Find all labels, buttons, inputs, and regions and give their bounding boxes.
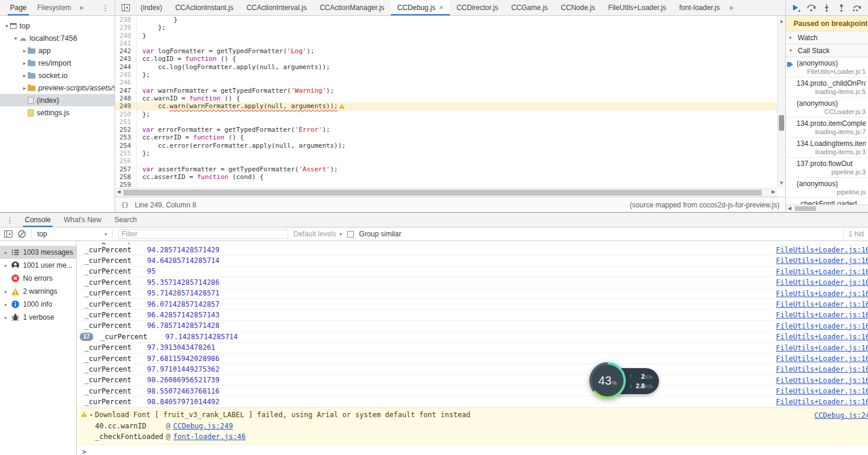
more-tabs-icon[interactable]: » <box>76 4 86 12</box>
console-prompt[interactable]: > <box>77 445 868 455</box>
expander-icon[interactable]: ▸ <box>21 48 28 54</box>
line-number[interactable]: 258 <box>115 173 136 181</box>
editor-tab[interactable]: font-loader.js <box>673 0 726 15</box>
call-stack-scrollbar[interactable]: ◀ <box>786 204 868 212</box>
step-into-button[interactable] <box>823 4 831 12</box>
source-link[interactable]: FileUtils+Loader.js:16 <box>776 333 868 341</box>
source-link[interactable]: FileUtils+Loader.js:16 <box>776 344 868 352</box>
scroll-right-icon[interactable]: ▶ <box>772 189 775 194</box>
call-stack-frame[interactable]: 134.proto.itemCompletloading-items.js:7 <box>786 118 868 138</box>
call-stack-frame[interactable]: (anonymous)pipeline.js <box>786 178 868 198</box>
line-number[interactable]: 242 <box>115 47 136 55</box>
tree-item[interactable]: ▸res/import <box>0 57 115 69</box>
code-line[interactable]: 259 <box>115 181 777 188</box>
line-number[interactable]: 256 <box>115 157 136 165</box>
horizontal-scroll-thumb[interactable] <box>123 190 762 196</box>
line-number[interactable]: 251 <box>115 118 136 126</box>
code-line[interactable]: 257var assertFormatter = getTypedFormatt… <box>115 165 777 173</box>
line-number[interactable]: 247 <box>115 87 136 95</box>
tree-item[interactable]: ▸socket.io <box>0 69 115 82</box>
step-out-button[interactable] <box>837 4 846 12</box>
console-filter-error[interactable]: No errors <box>0 272 76 285</box>
code-line[interactable]: 241 <box>115 40 777 47</box>
call-stack-frame[interactable]: (anonymous)CCLoader.js:3 <box>786 98 868 118</box>
expander-icon[interactable]: ▾ <box>12 35 19 41</box>
code-line[interactable]: 245}; <box>115 71 777 79</box>
code-line[interactable]: 238 } <box>115 16 777 24</box>
expander-icon[interactable]: ▸ <box>3 302 9 307</box>
line-number[interactable]: 252 <box>115 126 136 134</box>
stack-source-link[interactable]: font-loader.js:46 <box>173 433 246 441</box>
editor-vertical-scrollbar[interactable]: ▲ ▼ <box>777 16 785 188</box>
stack-source-link[interactable]: CCDebug.js:249 <box>173 422 233 430</box>
navigator-menu-icon[interactable]: ⋮ <box>96 4 115 12</box>
expander-icon[interactable]: ▸ <box>3 263 9 268</box>
call-stack-scroll-thumb[interactable] <box>795 206 816 211</box>
console-filter-input[interactable] <box>118 229 288 239</box>
scroll-left-icon[interactable]: ◀ <box>117 189 120 194</box>
expander-icon[interactable]: ▸ <box>21 73 28 79</box>
line-number[interactable]: 243 <box>115 55 136 63</box>
line-number[interactable]: 259 <box>115 181 136 188</box>
code-line[interactable]: 247var warnFormatter = getTypedFormatter… <box>115 87 777 95</box>
scroll-down-icon[interactable]: ▼ <box>778 179 785 187</box>
toggle-navigator-icon[interactable] <box>118 4 134 11</box>
source-link[interactable]: FileUtils+Loader.js:16 <box>776 256 868 265</box>
source-link[interactable]: FileUtils+Loader.js:16 <box>776 365 868 373</box>
line-number[interactable]: 254 <box>115 142 136 150</box>
resume-button[interactable] <box>791 4 800 12</box>
editor-tab[interactable]: FileUtils+Loader.js <box>602 0 673 15</box>
expander-icon[interactable]: ▸ <box>3 250 9 255</box>
more-editor-tabs-icon[interactable]: » <box>726 4 736 12</box>
code-line[interactable]: 253cc.errorID = function () { <box>115 134 777 141</box>
call-stack-frame[interactable]: 134.LoadingItems.itemloading-items.js:3 <box>786 138 868 158</box>
group-similar-checkbox[interactable] <box>347 231 354 238</box>
console-filter-list[interactable]: ▸1003 messages <box>0 246 76 259</box>
vertical-scroll-thumb[interactable] <box>779 115 784 131</box>
scroll-up-icon[interactable]: ▲ <box>778 17 785 25</box>
editor-tab[interactable]: CCDirector.js <box>450 0 505 15</box>
code-line[interactable]: 255}; <box>115 150 777 157</box>
navigator-tab-filesystem[interactable]: Filesystem <box>32 0 76 15</box>
call-stack-section-header[interactable]: ▾ Call Stack <box>786 44 868 57</box>
tree-item[interactable]: settings.js <box>0 106 115 119</box>
code-editor[interactable]: 238 }239 };240}241242var logFormatter = … <box>115 16 785 188</box>
code-line[interactable]: 252var errorFormatter = getTypedFormatte… <box>115 126 777 134</box>
code-line[interactable]: 243cc.logID = function () { <box>115 55 777 63</box>
line-number[interactable]: 245 <box>115 71 136 79</box>
source-link[interactable]: FileUtils+Loader.js:16 <box>776 311 868 319</box>
close-tab-icon[interactable]: × <box>439 5 444 11</box>
expander-icon[interactable]: ▸ <box>3 289 9 294</box>
expander-icon[interactable]: ▾ <box>90 412 93 418</box>
console-filter-user[interactable]: ▸1001 user me... <box>0 259 76 272</box>
code-line[interactable]: 254 cc.error(errorFormatter.apply(null, … <box>115 142 777 150</box>
source-link[interactable]: CCDebug.js:24 <box>814 411 868 420</box>
editor-tab[interactable]: CCGame.js <box>505 0 554 15</box>
line-number[interactable]: 240 <box>115 32 136 40</box>
code-line[interactable]: 239 }; <box>115 24 777 31</box>
source-link[interactable]: FileUtils+Loader.js:16 <box>776 322 868 330</box>
code-line[interactable]: 256 <box>115 157 777 165</box>
drawer-tab-search[interactable]: Search <box>108 213 143 227</box>
line-number[interactable]: 246 <box>115 79 136 86</box>
line-number[interactable]: 239 <box>115 24 136 31</box>
source-link[interactable]: FileUtils+Loader.js:16 <box>776 290 868 298</box>
line-number[interactable]: 249 <box>115 102 136 110</box>
drawer-menu-icon[interactable]: ⋮ <box>1 216 18 225</box>
code-line[interactable]: 251 <box>115 118 777 126</box>
source-link[interactable]: FileUtils+Loader.js:16 <box>776 268 868 276</box>
inline-warning-icon[interactable] <box>339 103 345 110</box>
tree-item[interactable]: ▸app <box>0 44 115 57</box>
line-number[interactable]: 238 <box>115 16 136 24</box>
code-line[interactable]: 246 <box>115 79 777 86</box>
expander-icon[interactable]: ▸ <box>3 315 9 320</box>
editor-tab[interactable]: CCActionManager.js <box>313 0 390 15</box>
line-number[interactable]: 241 <box>115 40 136 47</box>
watch-section-header[interactable]: ▸ Watch <box>786 31 868 44</box>
source-link[interactable]: FileUtils+Loader.js:16 <box>776 387 868 395</box>
expander-icon[interactable]: ▸ <box>789 35 795 40</box>
line-number[interactable]: 244 <box>115 63 136 71</box>
tree-item[interactable]: ▾☁localhost:7456 <box>0 32 115 44</box>
pretty-print-button[interactable]: {} <box>121 201 129 209</box>
line-number[interactable]: 248 <box>115 95 136 102</box>
